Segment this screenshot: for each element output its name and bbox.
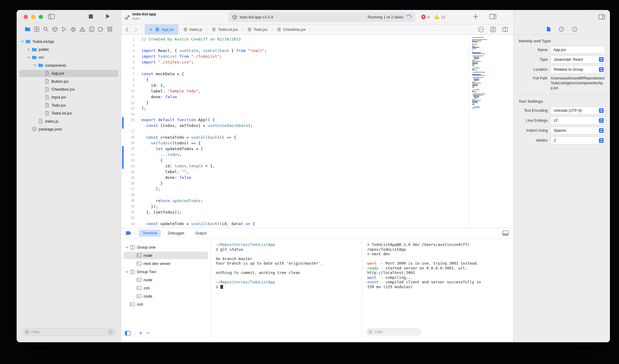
code-line: 13]; (121, 105, 469, 111)
help-inspector-icon[interactable]: ? (572, 27, 577, 32)
editor-layout-icon[interactable] (489, 14, 496, 19)
close-tab-icon[interactable]: ✕ (149, 27, 152, 32)
editor-tab-app-jsx[interactable]: ✕App.jsx (145, 24, 178, 34)
file-tree-item[interactable]: App.jsx (17, 69, 121, 77)
file-tree-item[interactable]: components (17, 61, 121, 69)
terminal-tree-item[interactable]: Group Two (121, 268, 210, 276)
xmark-navigator-icon[interactable] (33, 26, 40, 32)
run-button[interactable] (105, 14, 110, 19)
bottom-tab-output[interactable]: Output (191, 230, 211, 237)
inspector-select[interactable]: Relative to Group (551, 66, 605, 73)
warning-counter[interactable]: 12 (434, 14, 445, 19)
inspector-select[interactable]: Unicode (UTF-8) (551, 107, 605, 114)
file-tree-item[interactable]: Todo.jsx (17, 101, 121, 109)
minimap-line (472, 37, 484, 38)
swap-editor-icon[interactable] (490, 27, 496, 32)
error-counter[interactable]: 4 (421, 14, 429, 19)
file-tree-item[interactable]: src (17, 53, 121, 61)
braces-navigator-icon[interactable]: {} (88, 26, 95, 32)
disclosure-chevron-icon[interactable] (33, 64, 37, 67)
code-line: 6 (121, 65, 469, 71)
split-editor-icon[interactable] (502, 27, 508, 32)
navigate-back-button[interactable] (122, 24, 131, 34)
file-tree-item[interactable]: public (17, 45, 121, 53)
terminal-pane-1[interactable]: ~/Repositories/TodoListApp$ git status O… (211, 238, 362, 342)
status-bar[interactable]: todo-list-app v1.0.4 Running 1 of 2 task… (228, 12, 415, 22)
bottom-tab-debugger[interactable]: Debugger (164, 230, 188, 237)
terminal-pane-2[interactable]: > TodoListApp@0.1.0 dev /Users/austincon… (362, 238, 514, 342)
terminal-filter-field[interactable] (366, 328, 421, 335)
terminal-tree-item[interactable]: zsh (121, 284, 210, 292)
inspector-select[interactable]: LF (551, 117, 605, 124)
code-line: 1// Created by Austin Condiff on 02/16/2… (121, 36, 469, 42)
disclosure-chevron-icon[interactable] (20, 40, 24, 43)
navigator-filter-field[interactable] (22, 328, 115, 336)
file-tree-item[interactable]: package.json (17, 125, 121, 133)
file-tree-item[interactable]: Checkbox.jsx (17, 85, 121, 93)
add-terminal-button[interactable]: + (139, 331, 142, 335)
project-title-block[interactable]: todo-list-app main (125, 11, 156, 21)
package-navigator-icon[interactable] (52, 26, 58, 32)
toggle-terminal-sidebar-icon[interactable] (125, 331, 131, 336)
disclosure-chevron-icon[interactable] (27, 56, 31, 59)
add-editor-button[interactable] (473, 14, 478, 19)
terminal-line: > next dev (367, 252, 514, 256)
editor-tab-checkbox-jsx[interactable]: Checkbox.jsx (272, 24, 310, 34)
terminal-filter-input[interactable] (374, 330, 419, 334)
editor-tab-index-js[interactable]: index.js (179, 24, 207, 34)
add-filter-icon[interactable] (108, 330, 113, 334)
file-tree-item[interactable]: TodoList.jsx (17, 109, 121, 117)
grid-navigator-icon[interactable] (107, 26, 113, 32)
bug-navigator-icon[interactable] (70, 26, 77, 32)
hide-bottom-panel-icon[interactable] (502, 230, 509, 236)
terminal-tree-item[interactable]: node (121, 292, 210, 300)
code-area[interactable]: 1// Created by Austin Condiff on 02/16/2… (121, 35, 469, 228)
stop-task-button[interactable] (89, 14, 93, 19)
disclosure-chevron-icon[interactable] (27, 48, 31, 51)
navigator-filter-input[interactable] (31, 330, 108, 334)
disclosure-chevron-icon[interactable] (125, 246, 129, 249)
history-inspector-icon[interactable] (559, 27, 564, 32)
search-navigator-icon[interactable] (43, 26, 49, 32)
inspector-name-input[interactable] (551, 46, 605, 53)
editor-tab-todolist-jsx[interactable]: TodoList.jsx (207, 24, 242, 34)
warnings-navigator-icon[interactable] (79, 26, 86, 32)
remove-terminal-button[interactable]: − (146, 331, 150, 335)
tag-icon[interactable] (125, 231, 131, 235)
inspector-row: Name (519, 46, 605, 53)
inspector-select[interactable]: 2 (551, 137, 605, 144)
inspector-select[interactable]: Javascript: React (551, 56, 605, 63)
minimap-line (477, 63, 478, 64)
minimap[interactable] (469, 35, 514, 228)
toggle-left-sidebar-icon[interactable] (48, 14, 55, 19)
file-inspector-icon[interactable] (546, 27, 551, 32)
inspector-tab-strip: ? (514, 24, 610, 34)
file-tree-item[interactable]: TodoListApp (17, 37, 121, 45)
minimize-window-button[interactable] (31, 15, 35, 19)
file-tree-item[interactable]: Button.jsx (17, 77, 121, 85)
file-tree-item[interactable]: Input.jsx (17, 93, 121, 101)
toggle-right-sidebar-icon[interactable] (598, 14, 605, 20)
editor-tab-todo-jsx[interactable]: Todo.jsx (243, 24, 272, 34)
navigate-forward-button[interactable] (131, 24, 141, 34)
extension-navigator-icon[interactable] (98, 26, 104, 32)
zoom-window-button[interactable] (39, 15, 43, 19)
project-navigator-icon[interactable] (24, 26, 31, 32)
code-line: 7const mockData = [ (121, 71, 469, 77)
minimap-line (475, 58, 479, 58)
run-navigator-icon[interactable] (61, 26, 67, 32)
terminal-line: > TodoListApp@0.1.0 dev /Users/austincon… (367, 242, 514, 247)
terminal-tree-item[interactable]: node (121, 276, 210, 284)
terminal-tree-item[interactable]: zsh (121, 300, 210, 308)
minimap-line (476, 52, 478, 53)
close-window-button[interactable] (24, 15, 28, 19)
inspector-select[interactable]: Spaces (551, 127, 605, 134)
terminal-tree-item[interactable]: node (121, 251, 210, 259)
more-options-icon[interactable] (478, 27, 484, 32)
terminal-tree-item[interactable]: next dev server (121, 259, 210, 268)
disclosure-chevron-icon[interactable] (125, 270, 129, 273)
issue-counters[interactable]: 4 12 (421, 14, 446, 19)
terminal-tree-item[interactable]: Group one (121, 243, 210, 251)
file-tree-item[interactable]: index.js (17, 117, 121, 125)
bottom-tab-terminal[interactable]: Terminal (139, 230, 161, 237)
